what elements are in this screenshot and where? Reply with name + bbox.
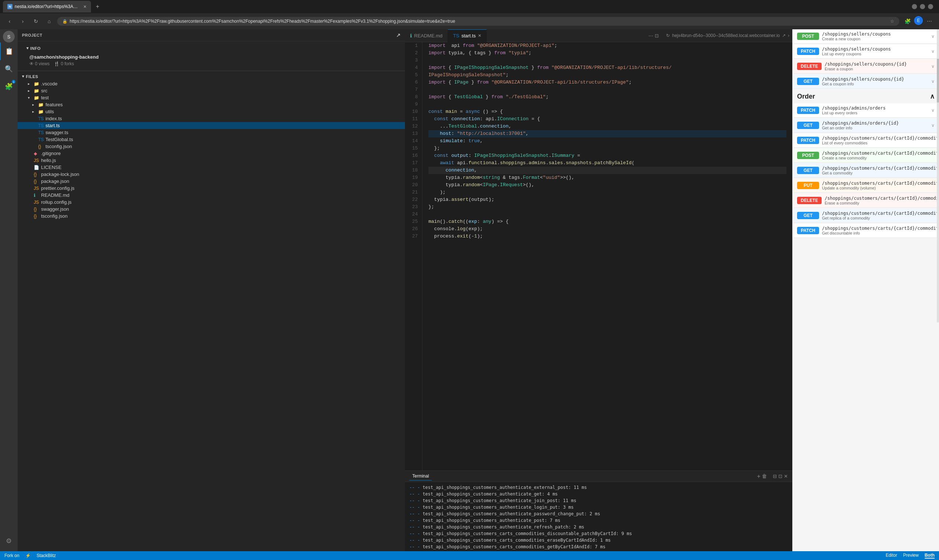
api-endpoint-patch-orders[interactable]: PATCH /shoppings/admins/orders List up e… [793, 103, 939, 118]
extensions-sidebar-icon[interactable]: 🧩 1 [0, 78, 18, 95]
tree-item-utils[interactable]: ▸ 📁 utils [18, 108, 405, 115]
terminal-expand-button[interactable]: ⊡ [778, 474, 782, 479]
terminal-body[interactable]: -- - test_api_shoppings_customers_authen… [405, 482, 792, 551]
tree-item-rollupconfig[interactable]: JS rollup.config.js [18, 198, 405, 206]
api-endpoint-patch-discountable[interactable]: PATCH /shoppings/customers/carts/{cartId… [793, 223, 939, 238]
tree-item-license[interactable]: 📄 LICENSE [18, 164, 405, 171]
tree-item-test[interactable]: ▾ 📁 test [18, 94, 405, 101]
tab-close-button[interactable]: ✕ [83, 5, 86, 9]
code-editor[interactable]: 1 2 3 4 5 6 7 8 9 10 11 12 13 14 15 16 1 [405, 42, 792, 471]
status-preview[interactable]: Preview [903, 553, 919, 558]
refresh-button[interactable]: ↻ [31, 16, 41, 26]
api-panel-body[interactable]: POST /shoppings/sellers/coupons Create a… [793, 29, 939, 551]
tree-item-gitignore[interactable]: ◆ .gitignore [18, 150, 405, 157]
endpoint-desc: Erase a commodity [825, 201, 939, 205]
tree-item-indexts[interactable]: TS index.ts [18, 115, 405, 122]
endpoint-info: /shoppings/sellers/coupons/{id} Erase a … [825, 62, 928, 71]
star-icon[interactable]: ☆ [890, 19, 894, 24]
tree-item-tsconfigjson[interactable]: {} tsconfig.json [18, 212, 405, 220]
api-endpoint-get-commodity[interactable]: GET /shoppings/customers/carts/{cartId}/… [793, 163, 939, 178]
minimize-button[interactable] [912, 4, 917, 9]
api-endpoint-get-order[interactable]: GET /shoppings/admins/orders/{id} Get an… [793, 118, 939, 133]
chevron-icon: ▾ [28, 95, 32, 100]
extensions-button[interactable]: 🧩 [902, 16, 913, 26]
tree-item-vscode[interactable]: ▸ 📁 .vscode [18, 80, 405, 87]
status-editor[interactable]: Editor [886, 553, 897, 558]
new-tab-button[interactable]: + [93, 2, 103, 12]
code-content[interactable]: import api from "@ORGANIZATION/PROJECT-a… [422, 42, 792, 471]
more-actions-icon[interactable]: ⋯ [649, 33, 653, 38]
files-section-header[interactable]: ▾ FILES [18, 72, 405, 80]
tree-item-prettierconfig[interactable]: JS prettier.config.js [18, 185, 405, 192]
tree-item-startts[interactable]: TS start.ts [18, 122, 405, 129]
tab-startts[interactable]: TS start.ts ✕ [448, 29, 487, 42]
status-both[interactable]: Both [925, 553, 934, 558]
order-collapse-icon[interactable]: ∧ [930, 92, 934, 100]
browser-tab-active[interactable]: N nestia.io/editor/?url=https%3A%2F... ✕ [3, 1, 91, 12]
order-section-header[interactable]: Order ∧ [793, 89, 939, 103]
api-endpoint-delete-coupon[interactable]: DELETE /shoppings/sellers/coupons/{id} E… [793, 59, 939, 74]
api-endpoint-put-commodity[interactable]: PUT /shoppings/customers/carts/{cartId}/… [793, 178, 939, 193]
api-endpoint-delete-commodity[interactable]: DELETE /shoppings/customers/carts/{cartI… [793, 194, 939, 208]
api-endpoint-patch-commodities[interactable]: PATCH /shoppings/customers/carts/{cartId… [793, 134, 939, 148]
tree-item-hellojs[interactable]: JS hello.js [18, 157, 405, 164]
tab-close-button[interactable]: ✕ [478, 33, 481, 38]
tree-item-label: rollup.config.js [41, 199, 71, 205]
json-file-icon: {} [34, 179, 40, 184]
api-endpoint-post-coupons[interactable]: POST /shoppings/sellers/coupons Create a… [793, 29, 939, 44]
api-endpoint-get-replica[interactable]: GET /shoppings/customers/carts/{cartId}/… [793, 209, 939, 223]
browser-nav: ‹ › ↻ ⌂ 🔒 https://nestia.io/editor/?url=… [0, 13, 939, 29]
tree-item-readmemd[interactable]: ℹ README.md [18, 192, 405, 198]
tree-item-label: tsconfig.json [41, 213, 68, 219]
api-scrollbar-thumb[interactable] [937, 58, 939, 103]
tree-item-swaggerts[interactable]: TS swagger.ts [18, 129, 405, 136]
search-icon[interactable]: 🔍 [0, 60, 18, 78]
api-endpoint-post-commodity[interactable]: POST /shoppings/customers/carts/{cartId}… [793, 148, 939, 163]
api-endpoint-get-coupon[interactable]: GET /shoppings/sellers/coupons/{id} Get … [793, 74, 939, 89]
tree-item-swaggerjson[interactable]: {} swagger.json [18, 206, 405, 212]
tab-icon: TS [453, 33, 459, 38]
tree-item-label: prettier.config.js [41, 185, 74, 191]
stackblitz-label[interactable]: StackBlitz [37, 553, 56, 558]
endpoint-path: /shoppings/customers/carts/{cartId}/comm… [822, 226, 939, 231]
add-terminal-button[interactable]: + [757, 473, 760, 480]
forks-count: 🍴 0 forks [54, 61, 74, 66]
back-button[interactable]: ‹ [5, 16, 15, 26]
settings-icon[interactable]: ⚙ [0, 532, 18, 550]
home-button[interactable]: ⌂ [44, 16, 54, 26]
arrow-right-icon[interactable]: › [788, 33, 789, 38]
tree-item-packagejson[interactable]: {} package.json [18, 178, 405, 185]
tree-item-packagelock[interactable]: {} package-lock.json [18, 171, 405, 178]
terminal-close-button[interactable]: ✕ [784, 474, 788, 479]
close-window-button[interactable] [928, 4, 933, 9]
code-line-25: main().catch((exp: any) => { [429, 218, 786, 225]
api-endpoint-patch-coupons[interactable]: PATCH /shoppings/sellers/coupons List up… [793, 45, 939, 58]
chevron-icon: ▸ [32, 109, 37, 114]
tree-item-src[interactable]: ▸ 📁 src [18, 87, 405, 94]
line-numbers: 1 2 3 4 5 6 7 8 9 10 11 12 13 14 15 16 1 [405, 42, 422, 471]
code-line-9 [429, 101, 786, 108]
explorer-icon[interactable]: 📋 [0, 43, 18, 60]
tree-item-features[interactable]: ▸ 📁 features [18, 101, 405, 108]
address-bar[interactable]: 🔒 https://nestia.io/editor/?url=https%3A… [57, 17, 899, 26]
refresh-icon[interactable]: ↻ [666, 33, 670, 38]
more-options-button[interactable]: ⋯ [924, 16, 934, 26]
external-link-icon[interactable]: ↗ [782, 33, 786, 38]
profile-button[interactable]: E [914, 16, 923, 25]
sidebar-header-icon[interactable]: ↗ [396, 32, 401, 38]
avatar-icon[interactable]: S [3, 31, 15, 43]
forward-button[interactable]: › [18, 16, 28, 26]
terminal-tab[interactable]: Terminal [409, 472, 432, 480]
kill-terminal-button[interactable]: 🗑 [762, 473, 767, 480]
code-line-2: import typia, { tags } from "typia"; [429, 49, 786, 57]
tree-item-testglobalts[interactable]: TS TestGlobal.ts [18, 136, 405, 143]
terminal-min-button[interactable]: ⊟ [773, 474, 777, 479]
maximize-button[interactable] [920, 4, 925, 9]
split-editor-icon[interactable]: ⊡ [655, 33, 659, 38]
tab-readmemd[interactable]: ℹ README.md [405, 29, 448, 42]
api-scrollbar-track[interactable] [937, 29, 939, 323]
tree-item-tsconfig-test[interactable]: {} tsconfig.json [18, 143, 405, 150]
info-section-header[interactable]: ▾ INFO [22, 45, 401, 52]
endpoint-desc: Get replica of a commodity [822, 216, 939, 220]
code-line-5: IPageIShoppingSaleSnapshot"; [429, 71, 786, 79]
